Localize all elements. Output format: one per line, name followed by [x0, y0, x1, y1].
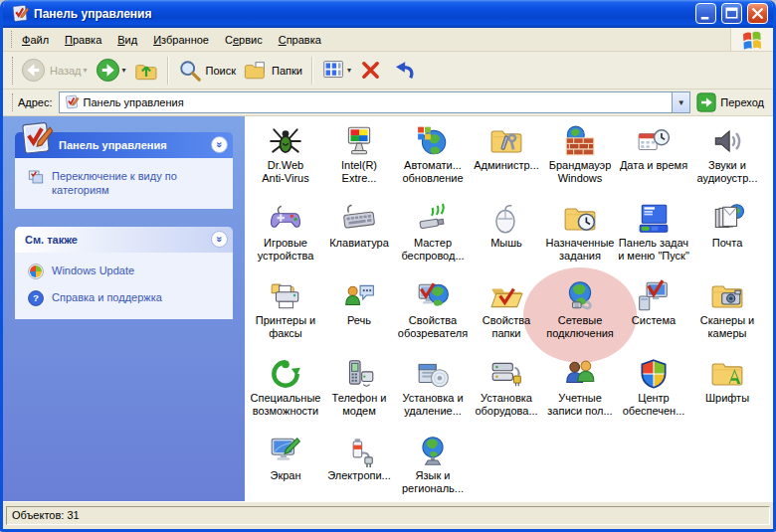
forward-button[interactable]: ▾: [92, 56, 130, 85]
menu-item-5[interactable]: Справка: [271, 31, 329, 49]
control-panel-item[interactable]: Звуки и аудиоустр...: [690, 124, 764, 202]
mail-icon: [710, 202, 744, 236]
control-panel-item[interactable]: Установка и удаление...: [396, 357, 470, 435]
control-panel-item[interactable]: Телефон и модем: [322, 357, 396, 435]
folders-button[interactable]: Папки: [240, 57, 306, 85]
back-button[interactable]: Назад ▾: [17, 56, 92, 85]
search-label: Поиск: [206, 65, 236, 77]
address-dropdown-button[interactable]: ▼: [672, 92, 689, 112]
control-panel-item-label: Intel(R) Extre...: [341, 159, 377, 185]
control-panel-item-label: Специальные возможности: [251, 392, 321, 418]
views-icon: [322, 59, 345, 82]
switch-view-link[interactable]: Переключение к виду по категориям: [27, 168, 225, 197]
control-panel-item[interactable]: Специальные возможности: [249, 357, 322, 435]
help-icon: ?: [27, 289, 45, 307]
folders-label: Папки: [272, 65, 302, 77]
control-panel-item[interactable]: Автомати... обновление: [396, 124, 470, 202]
date-time-icon: [637, 124, 671, 158]
control-panel-item[interactable]: Мастер беспровод...: [396, 202, 470, 279]
control-panel-item-label: Сканеры и камеры: [700, 314, 755, 340]
control-panel-item[interactable]: Dr.Web Anti-Virus: [249, 124, 322, 202]
maximize-button[interactable]: [721, 3, 742, 24]
control-panel-item[interactable]: Брандмауэр Windows: [543, 124, 617, 202]
collapse-panel-button[interactable]: »: [211, 136, 228, 153]
control-panel-item-label: Сетевые подключения: [546, 314, 614, 340]
control-panel-item[interactable]: Речь: [322, 279, 396, 357]
gamepad-icon: [269, 202, 302, 236]
caption-buttons: [693, 3, 768, 25]
menu-item-0[interactable]: Файл: [14, 31, 57, 49]
sidebar: Панель управления»Переключение к виду по…: [3, 116, 245, 501]
accessibility-icon: [269, 357, 302, 391]
search-button[interactable]: Поиск: [174, 57, 240, 85]
tasks-folder-icon: [563, 202, 597, 236]
wireless-icon: [416, 202, 450, 236]
control-panel-grid: Dr.Web Anti-VirusIntel(R) Extre...Автома…: [249, 124, 773, 501]
sidebar-link-label: Справка и поддержка: [52, 289, 162, 304]
menu-grip[interactable]: [5, 31, 12, 48]
control-panel-item[interactable]: Intel(R) Extre...: [322, 124, 396, 202]
go-button[interactable]: Переход: [690, 92, 770, 112]
control-panel-icon: [17, 120, 55, 158]
control-panel-icon: [10, 4, 30, 24]
minimize-button[interactable]: [695, 3, 716, 24]
network-icon: [563, 279, 597, 313]
up-folder-icon: [134, 59, 158, 83]
menu-item-1[interactable]: Правка: [57, 31, 109, 49]
address-label: Адрес:: [18, 96, 53, 108]
control-panel-item[interactable]: Принтеры и факсы: [249, 279, 322, 357]
control-panel-item[interactable]: Панель задач и меню "Пуск": [617, 202, 690, 279]
folder-options-icon: [489, 279, 523, 313]
control-panel-item[interactable]: Система: [617, 279, 690, 357]
control-panel-item-label: Установка и удаление...: [402, 392, 463, 418]
status-text: Объектов: 31: [6, 506, 770, 525]
up-button[interactable]: [130, 57, 162, 85]
control-panel-item[interactable]: Свойства обозревателя: [396, 279, 470, 357]
back-dropdown-icon[interactable]: ▾: [84, 66, 88, 75]
views-dropdown-icon[interactable]: ▾: [347, 66, 351, 75]
control-panel-item-label: Брандмауэр Windows: [549, 159, 612, 185]
content-area: Панель управления»Переключение к виду по…: [3, 116, 773, 501]
status-bar: Объектов: 31: [3, 501, 773, 529]
control-panel-item-label: Центр обеспечен...: [623, 392, 685, 418]
views-button[interactable]: ▾: [318, 57, 355, 84]
control-panel-item-label: Язык и региональ...: [402, 469, 464, 495]
menu-item-4[interactable]: Сервис: [217, 31, 271, 49]
address-combobox[interactable]: Панель управления ▼: [59, 91, 691, 113]
control-panel-item-label: Dr.Web Anti-Virus: [262, 159, 308, 185]
printer-icon: [269, 279, 302, 313]
toolbar-grip[interactable]: [7, 57, 13, 85]
control-panel-item[interactable]: Электропи...: [322, 435, 396, 501]
go-icon: [696, 92, 716, 112]
control-panel-item[interactable]: Шрифты: [690, 357, 764, 435]
collapse-panel-button[interactable]: »: [211, 231, 228, 248]
control-panel-item[interactable]: Дата и время: [617, 124, 690, 202]
control-panel-item[interactable]: Администр...: [470, 124, 543, 202]
control-panel-item[interactable]: Сканеры и камеры: [690, 279, 764, 357]
control-panel-item[interactable]: Экран: [249, 435, 322, 501]
sidebar-link-label: Windows Update: [52, 263, 134, 277]
windows-update-link[interactable]: Windows Update: [27, 263, 225, 280]
control-panel-item[interactable]: Мышь: [470, 202, 543, 279]
control-panel-item[interactable]: Клавиатура: [322, 202, 396, 279]
control-panel-item[interactable]: Центр обеспечен...: [617, 357, 690, 435]
control-panel-item[interactable]: Игровые устройства: [249, 202, 322, 279]
control-panel-item[interactable]: Сетевые подключения: [543, 279, 617, 357]
undo-button[interactable]: [386, 57, 418, 85]
menu-item-2[interactable]: Вид: [109, 31, 145, 49]
control-panel-item-label: Электропи...: [327, 469, 391, 482]
close-button[interactable]: [747, 3, 768, 24]
control-panel-item[interactable]: Язык и региональ...: [396, 435, 470, 501]
addressbar-grip[interactable]: [7, 93, 13, 111]
menu-bar: ФайлПравкаВидИзбранноеСервисСправка: [3, 28, 773, 52]
control-panel-item[interactable]: Учетные записи пол...: [543, 357, 617, 435]
menu-item-3[interactable]: Избранное: [145, 31, 217, 49]
control-panel-item[interactable]: Почта: [690, 202, 764, 279]
delete-button[interactable]: [355, 57, 386, 84]
user-accounts-icon: [563, 357, 597, 391]
help-link[interactable]: ?Справка и поддержка: [27, 289, 225, 307]
control-panel-item[interactable]: Установка оборудова...: [470, 357, 543, 435]
forward-dropdown-icon[interactable]: ▾: [122, 66, 126, 75]
control-panel-item-label: Шрифты: [705, 392, 749, 405]
speech-icon: [342, 279, 376, 313]
